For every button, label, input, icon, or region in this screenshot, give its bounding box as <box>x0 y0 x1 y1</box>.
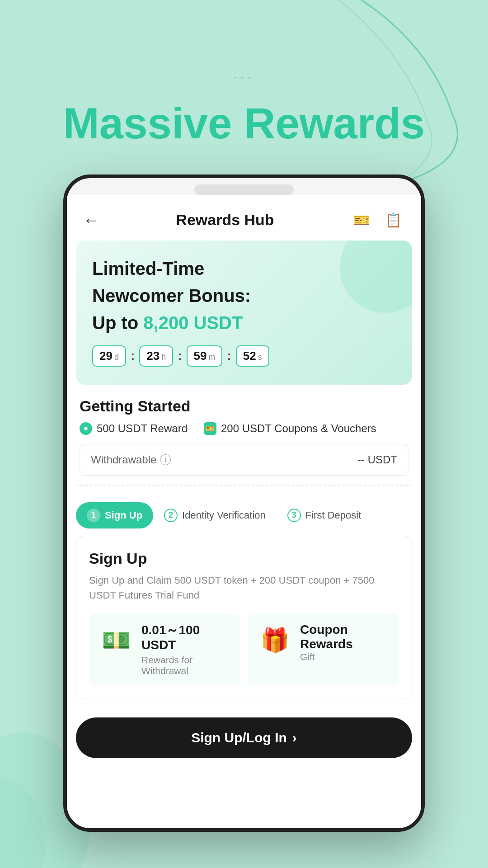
card1-icon: 💵 <box>98 623 134 659</box>
card2-type: Coupon Rewards <box>300 623 390 651</box>
banner-line3: Up to 8,200 USDT <box>92 311 396 335</box>
tab-signup[interactable]: 1 Sign Up <box>76 502 153 528</box>
tab-1-num: 1 <box>87 509 100 522</box>
reward-card-2: 🎁 Coupon Rewards Gift <box>248 613 399 685</box>
signup-login-button[interactable]: Sign Up/Log In › <box>76 717 412 758</box>
getting-started-section: Getting Started ● 500 USDT Reward 🎫 200 … <box>67 385 421 476</box>
reward-icon-badge: 🎫 <box>204 422 216 435</box>
card2-sub: Gift <box>300 651 390 662</box>
countdown-timer: 29d : 23h : 59m : 52s <box>92 345 396 367</box>
phone-notch <box>194 184 294 195</box>
card1-unit: USDT <box>141 637 231 653</box>
sep1: : <box>131 349 135 363</box>
signup-title: Sign Up <box>89 550 399 567</box>
phone-mockup: ← Rewards Hub 🎫 📋 Limited-Time Newcomer … <box>63 175 425 832</box>
header-title: Rewards Hub <box>176 211 274 229</box>
tab-1-label: Sign Up <box>105 509 142 521</box>
card2-info: Coupon Rewards Gift <box>300 623 390 662</box>
withdrawable-label: Withdrawable i <box>91 453 171 466</box>
page-title-section: Massive Rewards <box>0 0 488 147</box>
countdown-minutes: 59m <box>187 345 223 367</box>
reward-1-label: 500 USDT Reward <box>97 422 188 435</box>
withdrawable-value: -- USDT <box>357 453 397 466</box>
rewards-cards: 💵 0.01～100 USDT Rewards for Withdrawal 🎁… <box>89 613 399 685</box>
card1-label: Rewards for Withdrawal <box>141 655 231 676</box>
card2-icon: 🎁 <box>257 623 293 659</box>
sep2: : <box>178 349 182 363</box>
countdown-hours: 23h <box>139 345 173 367</box>
tab-3-num: 3 <box>287 509 301 522</box>
reward-card-1: 💵 0.01～100 USDT Rewards for Withdrawal <box>89 613 240 685</box>
app-header: ← Rewards Hub 🎫 📋 <box>67 195 421 241</box>
clipboard-icon[interactable]: 📋 <box>382 209 405 231</box>
card1-info: 0.01～100 USDT Rewards for Withdrawal <box>141 623 231 676</box>
banner-amount: 8,200 USDT <box>143 313 243 333</box>
reward-2-label: 200 USDT Coupons & Vouchers <box>221 422 376 435</box>
tab-2-num: 2 <box>164 509 178 522</box>
banner-line2: Newcomer Bonus: <box>92 284 396 307</box>
header-icons: 🎫 📋 <box>351 209 405 231</box>
countdown-days: 29d <box>92 345 126 367</box>
tab-2-label: Identity Verification <box>182 509 266 521</box>
title-green: Rewards <box>244 99 425 147</box>
tab-identity[interactable]: 2 Identity Verification <box>153 502 277 528</box>
info-icon[interactable]: i <box>160 454 171 465</box>
bonus-banner: Limited-Time Newcomer Bonus: Up to 8,200… <box>76 241 412 385</box>
withdrawable-row: Withdrawable i -- USDT <box>80 444 408 476</box>
rewards-row: ● 500 USDT Reward 🎫 200 USDT Coupons & V… <box>80 422 408 435</box>
banner-line1: Limited-Time <box>92 257 396 280</box>
signup-login-label: Sign Up/Log In <box>191 730 287 745</box>
reward-item-2: 🎫 200 USDT Coupons & Vouchers <box>204 422 376 435</box>
tabs-container: 1 Sign Up 2 Identity Verification 3 Firs… <box>67 493 421 528</box>
signup-content: Sign Up Sign Up and Claim 500 USDT token… <box>76 536 412 699</box>
arrow-icon: › <box>292 730 297 745</box>
title-black: Massive <box>63 99 244 147</box>
ticket-icon[interactable]: 🎫 <box>351 209 373 231</box>
banner-prefix: Up to <box>92 313 143 333</box>
tab-deposit[interactable]: 3 First Deposit <box>277 502 372 528</box>
reward-item-1: ● 500 USDT Reward <box>80 422 188 435</box>
app-content: ← Rewards Hub 🎫 📋 Limited-Time Newcomer … <box>67 195 421 828</box>
card1-amount: 0.01～100 <box>141 623 231 638</box>
back-button[interactable]: ← <box>83 211 99 230</box>
divider <box>76 485 412 486</box>
tabs: 1 Sign Up 2 Identity Verification 3 Firs… <box>76 502 412 528</box>
reward-icon-circle: ● <box>80 422 92 435</box>
sep3: : <box>227 349 231 363</box>
bottom-btn-container: Sign Up/Log In › <box>67 707 421 773</box>
getting-started-title: Getting Started <box>80 397 408 415</box>
signup-description: Sign Up and Claim 500 USDT token + 200 U… <box>89 573 399 603</box>
tab-3-label: First Deposit <box>305 509 361 521</box>
countdown-seconds: 52s <box>236 345 269 367</box>
